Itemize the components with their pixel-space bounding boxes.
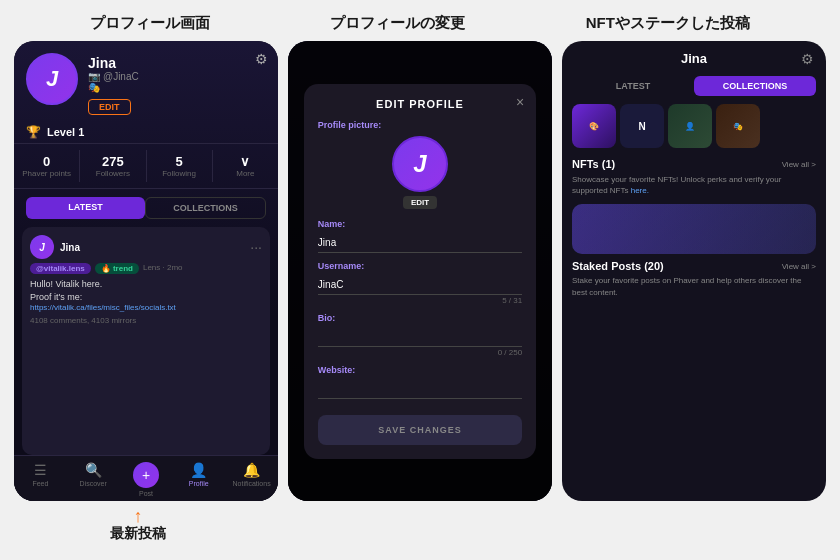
nft-description: Showcase your favorite NFTs! Unlock perk…: [562, 174, 826, 196]
modal-avatar-letter: J: [413, 150, 426, 178]
post-avatar: J: [30, 235, 54, 259]
nav-feed-label: Feed: [32, 480, 48, 487]
bio-counter: 0 / 250: [318, 348, 522, 357]
profile-handle: 📷 @JinaC: [88, 71, 266, 82]
stat-more[interactable]: ∨ More: [213, 150, 278, 182]
website-label: Website:: [318, 365, 522, 375]
nft-view-all[interactable]: View all >: [782, 160, 816, 169]
edit-profile-modal: EDIT PROFILE × Profile picture: J EDIT N…: [304, 84, 536, 459]
tab-collections[interactable]: COLLECTIONS: [145, 197, 266, 219]
tabs-row: LATEST COLLECTIONS: [26, 197, 266, 219]
post-meta: Lens · 2mo: [143, 263, 183, 274]
right-header: Jina ⚙: [562, 41, 826, 76]
nft-thumbnails: 🎨 N 👤 🎭: [562, 104, 826, 148]
profile-name: Jina: [88, 55, 266, 71]
username-counter: 5 / 31: [318, 296, 522, 305]
bio-label: Bio:: [318, 313, 522, 323]
website-field: Website:: [318, 365, 522, 399]
right-tabs: LATEST COLLECTIONS: [572, 76, 816, 96]
nft-section-header: NFTs (1) View all >: [562, 158, 826, 170]
nav-profile-label: Profile: [189, 480, 209, 487]
profile-picture-section: Profile picture: J EDIT: [318, 120, 522, 209]
feed-icon: ☰: [34, 462, 47, 478]
post-text: Hullo! Vitalik here.Proof it's me:: [30, 278, 262, 303]
username-field: Username: 5 / 31: [318, 261, 522, 305]
right-title: Jina: [681, 51, 707, 66]
post-author-name: Jina: [60, 242, 80, 253]
discover-icon: 🔍: [85, 462, 102, 478]
post-button[interactable]: +: [133, 462, 159, 488]
nft-thumb-1[interactable]: 🎨: [572, 104, 616, 148]
save-changes-button[interactable]: SAVE CHANGES: [318, 415, 522, 445]
staked-card-visual: [572, 204, 816, 254]
bio-input[interactable]: [318, 329, 522, 347]
handle-icon: 📷: [88, 71, 100, 82]
bottom-label-latest: 最新投稿: [110, 525, 166, 543]
avatar: J: [26, 53, 78, 105]
username-input[interactable]: [318, 277, 522, 295]
staked-section-header: Staked Posts (20) View all >: [562, 260, 826, 272]
nav-discover[interactable]: 🔍 Discover: [67, 462, 120, 497]
latest-posts-annotation: ↑ 最新投稿: [110, 507, 166, 543]
staked-section-title: Staked Posts (20): [572, 260, 664, 272]
right-panel: Jina ⚙ LATEST COLLECTIONS 🎨 N 👤: [562, 41, 826, 501]
profile-header: ⚙ J Jina 📷 @JinaC 🎭 EDIT: [14, 41, 278, 121]
label-nft-staked: NFTやステークした投稿: [586, 14, 750, 33]
edit-button[interactable]: EDIT: [88, 99, 131, 115]
tab-latest[interactable]: LATEST: [26, 197, 145, 219]
post-options-icon[interactable]: ···: [250, 239, 262, 255]
bio-field: Bio: 0 / 250: [318, 313, 522, 357]
bottom-nav: ☰ Feed 🔍 Discover + Post 👤 Profile 🔔: [14, 455, 278, 501]
name-label: Name:: [318, 219, 522, 229]
name-input[interactable]: [318, 235, 522, 253]
profile-info: Jina 📷 @JinaC 🎭 EDIT: [88, 53, 266, 115]
right-gear-icon[interactable]: ⚙: [801, 51, 814, 67]
level-row: 🏆 Level 1: [14, 121, 278, 143]
nav-discover-label: Discover: [80, 480, 107, 487]
close-icon[interactable]: ×: [516, 94, 524, 110]
stat-followers[interactable]: 275 Followers: [80, 150, 146, 182]
modal-overlay: EDIT PROFILE × Profile picture: J EDIT N…: [288, 41, 552, 501]
right-tab-collections[interactable]: COLLECTIONS: [694, 76, 816, 96]
post-card-header: J Jina ···: [30, 235, 262, 259]
stat-following[interactable]: 5 Following: [147, 150, 213, 182]
avatar-circle: J: [26, 53, 78, 105]
nav-profile[interactable]: 👤 Profile: [172, 462, 225, 497]
right-tab-latest[interactable]: LATEST: [572, 76, 694, 96]
nft-thumb-3[interactable]: 👤: [668, 104, 712, 148]
gear-icon[interactable]: ⚙: [255, 51, 268, 67]
trophy-icon: 🏆: [26, 125, 41, 139]
staked-description: Stake your favorite posts on Phaver and …: [562, 275, 826, 297]
label-profile-screen: プロフィール画面: [90, 14, 210, 33]
website-input[interactable]: [318, 381, 522, 399]
up-arrow-icon: ↑: [134, 507, 143, 525]
nft-thumb-2[interactable]: N: [620, 104, 664, 148]
nav-notifications-label: Notifications: [233, 480, 271, 487]
notifications-icon: 🔔: [243, 462, 260, 478]
post-link[interactable]: https://vitalik.ca/files/misc_files/soci…: [30, 303, 262, 312]
nav-post[interactable]: + Post: [120, 462, 173, 497]
nft-thumb-4[interactable]: 🎭: [716, 104, 760, 148]
nft-here-link[interactable]: here.: [631, 186, 649, 195]
level-text: Level 1: [47, 126, 84, 138]
profile-picture-label: Profile picture:: [318, 120, 382, 130]
avatar-letter: J: [46, 66, 58, 92]
profile-icon: 👤: [190, 462, 207, 478]
stat-phaver-points: 0 Phaver points: [14, 150, 80, 182]
tag-trend: 🔥 trend: [95, 263, 139, 274]
modal-avatar[interactable]: J: [392, 136, 448, 192]
username-label: Username:: [318, 261, 522, 271]
nft-section-title: NFTs (1): [572, 158, 615, 170]
nav-post-label: Post: [139, 490, 153, 497]
left-panel: ⚙ J Jina 📷 @JinaC 🎭 EDIT: [14, 41, 278, 501]
tag-row: @vitalik.lens 🔥 trend Lens · 2mo: [30, 263, 262, 274]
nav-notifications[interactable]: 🔔 Notifications: [225, 462, 278, 497]
modal-edit-label[interactable]: EDIT: [403, 196, 437, 209]
name-field: Name:: [318, 219, 522, 253]
staked-view-all[interactable]: View all >: [782, 262, 816, 271]
middle-panel: EDIT PROFILE × Profile picture: J EDIT N…: [288, 41, 552, 501]
post-stats: 4108 comments, 4103 mirrors: [30, 316, 262, 325]
tag-lens: @vitalik.lens: [30, 263, 91, 274]
post-card: J Jina ··· @vitalik.lens 🔥 trend Lens · …: [22, 227, 270, 455]
nav-feed[interactable]: ☰ Feed: [14, 462, 67, 497]
